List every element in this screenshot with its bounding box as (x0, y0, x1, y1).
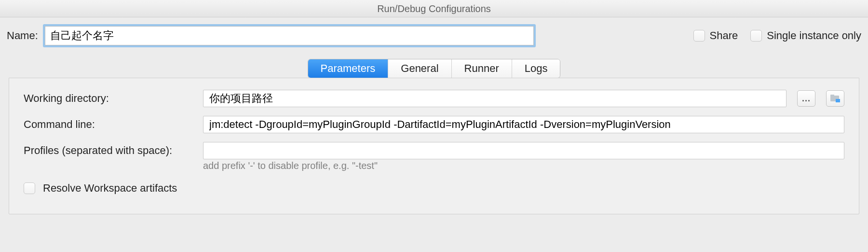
parameters-panel: Working directory: ... Command line: Pro… (9, 78, 859, 214)
name-input[interactable] (45, 26, 534, 45)
working-directory-row: Working directory: ... (24, 90, 844, 107)
share-checkbox[interactable] (693, 30, 705, 42)
working-directory-label: Working directory: (24, 92, 192, 105)
resolve-workspace-checkbox[interactable] (24, 182, 35, 194)
name-row: Name: Share Single instance only (0, 17, 868, 45)
resolve-workspace-label: Resolve Workspace artifacts (43, 182, 177, 195)
tab-general[interactable]: General (388, 59, 451, 78)
profiles-row: Profiles (separated with space): (24, 142, 844, 159)
ellipsis-icon: ... (802, 94, 811, 104)
profiles-hint: add prefix '-' to disable profile, e.g. … (203, 160, 844, 171)
working-directory-input[interactable] (203, 90, 787, 107)
name-input-wrap (45, 26, 534, 45)
profiles-input[interactable] (203, 142, 844, 159)
tab-runner[interactable]: Runner (452, 59, 512, 78)
single-instance-checkbox-wrap: Single instance only (750, 29, 861, 42)
tabs-row: Parameters General Runner Logs (0, 59, 868, 78)
svg-rect-1 (830, 95, 834, 97)
folder-icon (830, 95, 840, 102)
command-line-row: Command line: (24, 116, 844, 133)
command-line-input[interactable] (203, 116, 844, 133)
single-instance-checkbox[interactable] (750, 30, 762, 42)
svg-rect-2 (836, 99, 840, 102)
single-instance-label: Single instance only (767, 29, 861, 42)
tab-group: Parameters General Runner Logs (308, 59, 561, 78)
profiles-label: Profiles (separated with space): (24, 144, 192, 157)
command-line-label: Command line: (24, 118, 192, 131)
browse-button[interactable]: ... (797, 90, 815, 107)
resolve-workspace-row: Resolve Workspace artifacts (24, 182, 844, 195)
share-label: Share (710, 29, 738, 42)
window-title: Run/Debug Configurations (0, 0, 868, 17)
tab-parameters[interactable]: Parameters (308, 59, 389, 78)
directory-tree-button[interactable] (826, 90, 844, 107)
name-label: Name: (7, 29, 38, 42)
share-checkbox-wrap: Share (693, 29, 738, 42)
tab-logs[interactable]: Logs (512, 59, 560, 78)
